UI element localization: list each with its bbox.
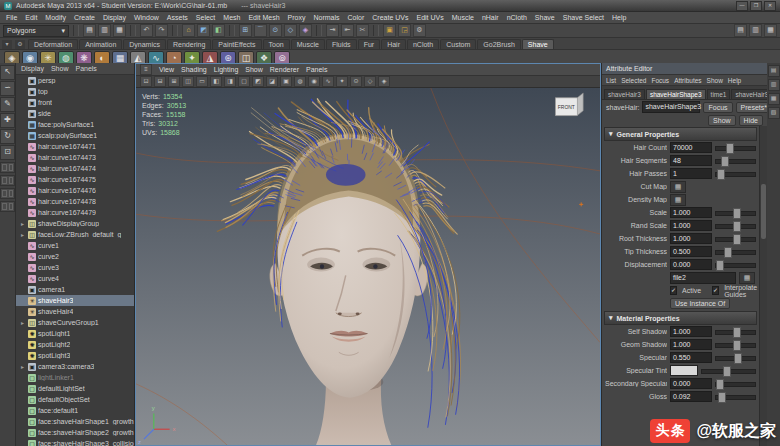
ae-menu-focus[interactable]: Focus	[651, 77, 669, 84]
attr-value-field[interactable]: 0.550	[670, 352, 712, 363]
attr-value-field[interactable]: 0.000	[670, 259, 712, 270]
shelf-tab-hair[interactable]: Hair	[381, 39, 406, 49]
four-pane-layout-button[interactable]	[0, 175, 15, 186]
slider-handle[interactable]	[726, 143, 734, 154]
viewport-tool-icon-15[interactable]: ✦	[336, 76, 348, 87]
shelf-tab-toon[interactable]: Toon	[263, 39, 290, 49]
menu-set-selector[interactable]: Polygons ▾	[3, 25, 69, 37]
outliner-item-shavehair4[interactable]: ✳shaveHair4	[16, 306, 134, 317]
redo-icon[interactable]: ↷	[155, 24, 168, 37]
expand-arrow-icon[interactable]: ▸	[19, 220, 26, 227]
panel-toggle-icon-1[interactable]: ▤	[768, 65, 780, 77]
attr-value-field[interactable]: 1.000	[670, 220, 712, 231]
single-pane-layout-button[interactable]	[0, 162, 15, 173]
attr-slider[interactable]	[715, 392, 756, 401]
snap-curve-icon[interactable]: ⌒	[254, 24, 267, 37]
outliner-item-hair-curve1674475[interactable]: ∿hair:curve1674475	[16, 174, 134, 185]
outliner-item-camera3-camera3[interactable]: ▸▣camera3:camera3	[16, 361, 134, 372]
ae-menu-help[interactable]: Help	[728, 77, 741, 84]
outliner-item-defaultobjectset[interactable]: ▢defaultObjectSet	[16, 394, 134, 405]
menu-color[interactable]: Color	[348, 14, 365, 21]
outliner-item-shavehair3[interactable]: ✳shaveHair3	[16, 295, 134, 306]
menu-proxy[interactable]: Proxy	[288, 14, 306, 21]
rotate-tool-icon[interactable]: ↻	[0, 129, 15, 144]
viewport-tool-icon-12[interactable]: ◍	[294, 76, 306, 87]
attr-slider[interactable]	[715, 379, 756, 388]
viewport-tool-icon-14[interactable]: ∿	[322, 76, 334, 87]
menu-assets[interactable]: Assets	[167, 14, 188, 21]
viewport-tool-icon-10[interactable]: ◪	[266, 76, 278, 87]
slider-handle[interactable]	[733, 221, 741, 232]
section-material-properties[interactable]: ▾Material Properties	[604, 311, 757, 325]
attr-value-field[interactable]: 0.000	[670, 378, 712, 389]
menu-shave-select[interactable]: Shave Select	[563, 14, 604, 21]
texture-field[interactable]: file2	[670, 272, 736, 284]
outliner-item-camera1[interactable]: ▣camera1	[16, 284, 134, 295]
shelf-tab-fur[interactable]: Fur	[358, 39, 381, 49]
panel-toggle-icon-3[interactable]: ▦	[768, 93, 780, 105]
expand-arrow-icon[interactable]: ▸	[19, 319, 26, 326]
map-button[interactable]: ▦	[670, 181, 686, 193]
show-button[interactable]: Show	[708, 115, 736, 126]
input-connections-icon[interactable]: ⇥	[326, 24, 339, 37]
outliner-item-facelow-zbrush-default-g[interactable]: ▸◫faceLow:ZBrush_default_g	[16, 229, 134, 240]
ae-menu-show[interactable]: Show	[707, 77, 723, 84]
construction-history-icon[interactable]: ✂	[356, 24, 369, 37]
expand-arrow-icon[interactable]: ▸	[19, 231, 26, 238]
viewport-tool-icon-16[interactable]: ⊙	[350, 76, 362, 87]
attr-slider[interactable]	[715, 340, 756, 349]
viewport-tool-icon-17[interactable]: ◇	[364, 76, 376, 87]
attr-slider[interactable]	[715, 234, 756, 243]
menu-select[interactable]: Select	[196, 14, 215, 21]
ipr-render-icon[interactable]: ◲	[398, 24, 411, 37]
outliner-menu-show[interactable]: Show	[51, 65, 69, 72]
viewport-tool-icon-9[interactable]: ◩	[252, 76, 264, 87]
outliner-item-face-polysurface1[interactable]: ▦face:polySurface1	[16, 119, 134, 130]
outliner-item-hair-curve1674471[interactable]: ∿hair:curve1674471	[16, 141, 134, 152]
outliner-item-face-shavehairshape1-growth[interactable]: ▢face:shaveHairShape1_growth	[16, 416, 134, 427]
snap-grid-icon[interactable]: ⊞	[239, 24, 252, 37]
menu-normals[interactable]: Normals	[313, 14, 339, 21]
attr-value-field[interactable]: 1.000	[670, 207, 712, 218]
snap-plane-icon[interactable]: ◇	[284, 24, 297, 37]
select-object-icon[interactable]: ◩	[197, 24, 210, 37]
menu-ncloth[interactable]: nCloth	[507, 14, 527, 21]
menu-display[interactable]: Display	[103, 14, 126, 21]
outliner-item-curve3[interactable]: ∿curve3	[16, 262, 134, 273]
checkbox-active[interactable]: ✓	[670, 286, 677, 295]
node-name-field[interactable]: shaveHairShape3	[642, 101, 700, 113]
outliner-item-face-default1[interactable]: ▢face:default1	[16, 405, 134, 416]
ae-tab-shavehairshape3-growth[interactable]: shaveHairShape3_growth	[731, 89, 767, 99]
outliner-item-hair-curve1674474[interactable]: ∿hair:curve1674474	[16, 163, 134, 174]
attribute-editor-title[interactable]: Attribute Editor	[602, 63, 767, 75]
viewport-tool-icon-2[interactable]: ⊟	[154, 76, 166, 87]
attr-slider[interactable]	[715, 221, 756, 230]
viewport-tool-icon-6[interactable]: ◧	[210, 76, 222, 87]
outliner-item-curve2[interactable]: ∿curve2	[16, 251, 134, 262]
viewport-menu-panels[interactable]: Panels	[306, 66, 327, 73]
menu-window[interactable]: Window	[134, 14, 159, 21]
slider-handle[interactable]	[733, 208, 741, 219]
outliner-item-spotlight3[interactable]: ✺spotLight3	[16, 350, 134, 361]
outliner-item-top[interactable]: ▣top	[16, 86, 134, 97]
ae-tab-shavehairshape3[interactable]: shaveHairShape3	[646, 89, 706, 99]
viewport-canvas[interactable]: FRONT x y z Verts:15354Edges:30513Faces:…	[136, 88, 600, 445]
slider-handle[interactable]	[734, 353, 742, 364]
slider-handle[interactable]	[717, 169, 725, 180]
outliner-item-lightlinker1[interactable]: ▢lightLinker1	[16, 372, 134, 383]
outliner-item-spotlight1[interactable]: ✺spotLight1	[16, 328, 134, 339]
attr-slider[interactable]	[715, 260, 756, 269]
attr-slider[interactable]	[715, 143, 756, 152]
viewport-menu-view[interactable]: View	[159, 66, 174, 73]
attr-value-field[interactable]: 70000	[670, 142, 712, 153]
select-tool-icon[interactable]: ↖	[0, 65, 15, 80]
outliner-item-hair-curve1674473[interactable]: ∿hair:curve1674473	[16, 152, 134, 163]
attr-slider[interactable]	[715, 247, 756, 256]
outliner-item-shavecurvegroup1[interactable]: ▸◫shaveCurveGroup1	[16, 317, 134, 328]
color-swatch[interactable]	[670, 365, 698, 376]
outliner-item-curve1[interactable]: ∿curve1	[16, 240, 134, 251]
viewport-tool-icon-8[interactable]: ▢	[238, 76, 250, 87]
checkbox-interpolate-guides[interactable]: ✓	[712, 286, 719, 295]
shelf-menu-icon[interactable]: ▾	[2, 40, 12, 49]
menu-edit[interactable]: Edit	[25, 14, 37, 21]
